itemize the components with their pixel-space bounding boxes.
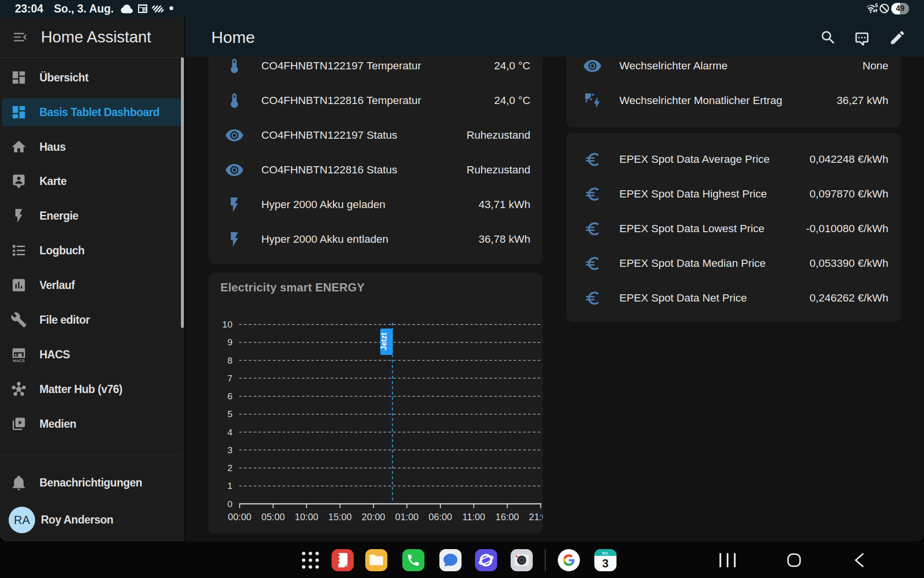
svg-text:4: 4: [227, 427, 232, 437]
svg-text:5: 5: [875, 3, 878, 8]
svg-text:20:00: 20:00: [362, 512, 385, 522]
svg-text:10: 10: [222, 319, 232, 329]
svg-text:3: 3: [602, 557, 608, 570]
svg-text:SO.: SO.: [602, 551, 609, 555]
svg-text:1: 1: [227, 481, 232, 491]
svg-text:3: 3: [227, 445, 232, 455]
svg-text:5: 5: [227, 409, 232, 419]
svg-text:9: 9: [227, 337, 232, 347]
svg-text:15:00: 15:00: [328, 512, 352, 522]
svg-text:05:00: 05:00: [261, 512, 285, 522]
svg-text:01:00: 01:00: [395, 512, 419, 522]
svg-text:7: 7: [227, 373, 232, 383]
svg-text:6: 6: [227, 391, 232, 401]
svg-text:00:00: 00:00: [228, 512, 252, 522]
svg-text:HACS: HACS: [13, 358, 25, 363]
svg-text:0: 0: [227, 499, 232, 509]
svg-text:2: 2: [227, 463, 232, 473]
svg-text:8: 8: [227, 355, 232, 366]
svg-text:21:00: 21:00: [529, 512, 543, 522]
svg-text:Jetzt: Jetzt: [380, 332, 388, 350]
svg-text:10:00: 10:00: [295, 512, 319, 522]
svg-text:16:00: 16:00: [496, 512, 519, 522]
svg-text:06:00: 06:00: [429, 512, 452, 522]
svg-text:11:00: 11:00: [462, 512, 486, 522]
